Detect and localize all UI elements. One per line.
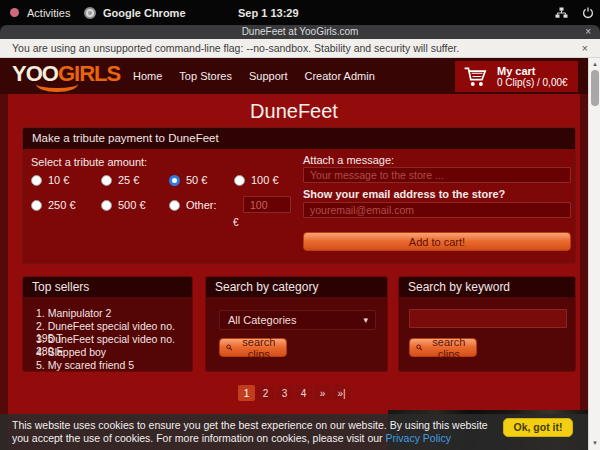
cart-summary: 0 Clip(s) / 0,00€ (497, 77, 568, 89)
search-clips-category-button[interactable]: search clips (219, 338, 287, 357)
chevron-down-icon: ▾ (363, 311, 368, 329)
amount-option-50[interactable]: 50 € (169, 174, 207, 186)
site-header: YOOGIRLS Home Top Stores Support Creator… (0, 58, 588, 94)
search-keyword-panel: Search by keyword search clips (398, 276, 576, 372)
tribute-panel: Make a tribute payment to DuneFeet Selec… (22, 127, 576, 264)
amount-option-500[interactable]: 500 € (101, 199, 146, 211)
window-title: DuneFeet at YooGirls.com (0, 26, 600, 37)
activities-label: Activities (27, 7, 70, 19)
page-title: DuneFeet (0, 100, 588, 123)
tribute-panel-header: Make a tribute payment to DuneFeet (23, 128, 575, 149)
top-sellers-panel: Top sellers 1. Manipulator 2 2. DuneFeet… (22, 276, 193, 372)
search-category-header: Search by category (206, 277, 387, 297)
main-nav: Home Top Stores Support Creator Admin (133, 58, 375, 94)
amount-label: Select a tribute amount: (31, 156, 147, 168)
app-menu-button[interactable]: Google Chrome (84, 0, 186, 25)
my-cart-box[interactable]: My cart 0 Clip(s) / 0,00€ (455, 61, 578, 92)
system-tray (555, 0, 594, 25)
window-title-bar[interactable]: DuneFeet at YooGirls.com × (0, 25, 600, 39)
top-seller-item[interactable]: 4. Slapped boy (36, 346, 106, 358)
radio-500-icon[interactable] (101, 200, 112, 211)
nav-creator-admin[interactable]: Creator Admin (304, 70, 374, 82)
email-label: Show your email address to the store? (303, 188, 505, 200)
amount-option-100[interactable]: 100 € (234, 174, 279, 186)
search-icon (416, 343, 423, 352)
gnome-top-bar: Activities Google Chrome Sep 1 13:29 (0, 0, 600, 25)
amount-option-10[interactable]: 10 € (31, 174, 69, 186)
nav-home[interactable]: Home (133, 70, 162, 82)
chrome-infobar: You are using an unsupported command-lin… (0, 39, 600, 58)
message-label: Attach a message: (303, 154, 394, 166)
amount-option-250[interactable]: 250 € (31, 199, 76, 211)
top-seller-item[interactable]: 5. My scared friend 5 (36, 359, 134, 371)
nav-top-stores[interactable]: Top Stores (179, 70, 232, 82)
privacy-policy-link[interactable]: Privacy Policy (386, 432, 451, 444)
page-button-last[interactable]: »| (333, 385, 350, 401)
power-icon[interactable] (582, 7, 594, 19)
nav-support[interactable]: Support (249, 70, 288, 82)
cookie-consent-bar: This website uses cookies to ensure you … (0, 414, 588, 450)
amount-option-25[interactable]: 25 € (101, 174, 139, 186)
radio-other-icon[interactable] (169, 200, 180, 211)
top-seller-item[interactable]: 1. Manipulator 2 (36, 307, 111, 319)
page-button-4[interactable]: 4 (295, 385, 312, 401)
currency-label: € (233, 217, 239, 228)
radio-25-icon[interactable] (101, 175, 112, 186)
site-logo[interactable]: YOOGIRLS (12, 61, 120, 87)
page-button-2[interactable]: 2 (257, 385, 274, 401)
infobar-close-icon[interactable]: × (582, 42, 588, 54)
recording-dot-icon (10, 8, 19, 17)
category-select[interactable]: All Categories ▾ (219, 310, 376, 330)
network-icon[interactable] (555, 7, 568, 19)
app-menu-label: Google Chrome (103, 7, 186, 19)
amount-option-other[interactable]: Other: (169, 199, 217, 211)
search-keyword-header: Search by keyword (399, 277, 575, 297)
scrollbar[interactable]: ▲ ▼ (588, 58, 600, 450)
scrollbar-thumb[interactable] (591, 70, 599, 106)
add-to-cart-button[interactable]: Add to cart! (303, 232, 571, 251)
radio-250-icon[interactable] (31, 200, 42, 211)
cart-title: My cart (497, 65, 568, 77)
activities-button[interactable]: Activities (10, 0, 70, 25)
keyword-input[interactable] (409, 309, 567, 328)
email-input[interactable] (303, 202, 571, 218)
scroll-down-icon[interactable]: ▼ (589, 440, 600, 446)
chrome-icon (84, 7, 96, 19)
search-clips-keyword-button[interactable]: search clips (409, 338, 477, 357)
cookie-ok-button[interactable]: Ok, got it! (503, 418, 573, 437)
message-input[interactable] (303, 167, 571, 183)
radio-50-icon[interactable] (169, 175, 180, 186)
search-category-panel: Search by category All Categories ▾ sear… (205, 276, 388, 372)
screen: Activities Google Chrome Sep 1 13:29 Dun… (0, 0, 600, 450)
scroll-up-icon[interactable]: ▲ (589, 61, 600, 67)
clock[interactable]: Sep 1 13:29 (238, 0, 299, 25)
page-button-3[interactable]: 3 (276, 385, 293, 401)
search-icon (226, 343, 233, 352)
infobar-message: You are using an unsupported command-lin… (12, 42, 459, 54)
page-button-next[interactable]: » (314, 385, 331, 401)
pagination: 1 2 3 4 » »| (0, 385, 588, 401)
top-sellers-header: Top sellers (23, 277, 192, 297)
cart-icon (463, 64, 489, 90)
other-amount-input[interactable] (243, 196, 291, 213)
radio-100-icon[interactable] (234, 175, 245, 186)
window-close-icon[interactable]: × (585, 26, 591, 37)
page-viewport: YOOGIRLS Home Top Stores Support Creator… (0, 58, 588, 450)
logo-smile-icon (36, 76, 78, 92)
cookie-message: This website uses cookies to ensure you … (12, 419, 490, 445)
page-button-1[interactable]: 1 (238, 385, 255, 401)
radio-10-icon[interactable] (31, 175, 42, 186)
